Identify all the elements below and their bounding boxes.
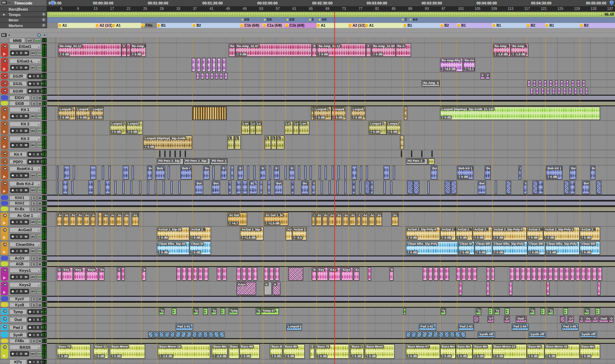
marker-flag[interactable]: B2	[440, 23, 449, 28]
audio-clip[interactable]	[260, 181, 263, 194]
audio-clip[interactable]: Re-Arr+2.1	[463, 58, 475, 72]
audio-clip[interactable]	[365, 181, 370, 194]
audio-clip[interactable]	[122, 181, 124, 194]
mute-button[interactable]: M	[25, 275, 27, 279]
tempo-ruler[interactable]: ▼▼▼▼▼▼▼▼▼▼▼▼▼▼▼▼▼▼▼▼▼▼▼▼▼▼▼▼▼▼▼▼▼▼▼▼▼▼▼▼…	[47, 12, 615, 17]
audio-clip[interactable]: E	[519, 166, 521, 180]
audio-clip[interactable]	[544, 80, 547, 86]
track-name[interactable]: AcGV	[10, 256, 30, 261]
audio-clip[interactable]: R	[312, 43, 317, 57]
audio-clip[interactable]	[352, 166, 357, 180]
audio-clip[interactable]	[321, 181, 323, 194]
audio-clip[interactable]: K	[273, 282, 281, 295]
record-enable-button[interactable]	[29, 75, 31, 77]
audio-clip[interactable]: AcGat 2_bip-260 dB	[157, 227, 189, 240]
track-play-icon[interactable]	[3, 145, 6, 148]
audio-clip[interactable]	[461, 332, 466, 337]
audio-clip[interactable]	[210, 73, 213, 79]
audio-clip[interactable]: Loo	[241, 121, 250, 135]
audio-clip[interactable]: Oud-	[516, 316, 527, 323]
track-lane[interactable]: KeKeyKey-KeysKeFKKeKeyKey-KeysKaK	[47, 267, 615, 281]
audio-clip[interactable]: Bot	[478, 181, 486, 194]
audio-clip[interactable]: B	[221, 166, 227, 180]
bars-ruler[interactable]: 5913172125293337414549535761656973778185…	[47, 6, 615, 12]
audio-clip[interactable]	[242, 267, 246, 281]
audio-clip[interactable]	[572, 80, 574, 86]
track-options-button[interactable]	[3, 309, 7, 313]
audio-clip[interactable]: B	[238, 166, 244, 180]
audio-clip[interactable]	[109, 166, 111, 180]
audio-clip[interactable]	[537, 267, 542, 281]
track-name[interactable]: KITs	[10, 359, 27, 364]
audio-clip[interactable]: PD Perc 2_bip-	[183, 158, 210, 165]
audio-clip[interactable]	[538, 80, 541, 86]
solo-button[interactable]: S	[37, 160, 39, 163]
audio-clip[interactable]	[264, 267, 269, 281]
audio-clip[interactable]: O	[592, 316, 598, 323]
audio-clip[interactable]: Re-Amp_01-120 dB	[58, 43, 122, 57]
solo-button[interactable]: S	[37, 310, 39, 313]
marker-flag[interactable]: C1b (6/8)	[285, 23, 304, 28]
audio-clip[interactable]	[428, 267, 433, 281]
audio-clip[interactable]: Ty	[211, 308, 217, 315]
audio-clip[interactable]: Bob	[430, 166, 437, 180]
audio-clip[interactable]	[549, 80, 552, 86]
track-options-button[interactable]	[3, 317, 7, 321]
audio-clip[interactable]: AcGat 2_0 dB	[473, 227, 492, 240]
track-lane[interactable]	[47, 95, 615, 101]
waveform-view-button[interactable]: wv	[30, 249, 36, 254]
mute-button[interactable]: M	[37, 296, 42, 301]
track-lane[interactable]: FF	[47, 72, 615, 80]
track-options-button[interactable]	[3, 167, 7, 171]
audio-clip[interactable]	[165, 332, 169, 337]
audio-clip[interactable]: ▶▶	[172, 308, 177, 315]
audio-clip[interactable]	[536, 88, 538, 94]
audio-clip[interactable]: Loops2 (0 dB	[369, 121, 386, 135]
audio-clip[interactable]: A	[312, 212, 315, 226]
audio-clip[interactable]: Ac (	[376, 212, 382, 226]
track-options-button[interactable]	[3, 88, 7, 93]
audio-clip[interactable]	[123, 166, 128, 180]
audio-clip[interactable]	[530, 88, 533, 94]
track-lane[interactable]: Ac (Ac (Ac (Ac (Ac IAcAc (Ac (Ac (Ac (Ac…	[47, 212, 615, 226]
expander-icon[interactable]: ▶	[3, 13, 5, 16]
chevron-down-icon[interactable]: ▼	[43, 34, 46, 37]
track-name[interactable]: EG2R	[10, 74, 27, 79]
add-meter-button[interactable]: +	[42, 18, 45, 22]
input-monitor-button[interactable]: I	[16, 220, 17, 224]
record-enable-button[interactable]	[12, 221, 14, 223]
audio-clip[interactable]	[285, 166, 287, 180]
audio-clip[interactable]	[344, 166, 346, 180]
audio-clip[interactable]	[159, 151, 160, 157]
audio-clip[interactable]: Ac C	[132, 212, 139, 226]
audio-clip[interactable]: Ac (	[369, 212, 374, 226]
audio-clip[interactable]	[196, 73, 199, 79]
audio-clip[interactable]	[403, 308, 406, 315]
record-enable-button[interactable]	[12, 236, 14, 238]
audio-clip[interactable]: Loops50 dB	[91, 107, 104, 120]
track-name[interactable]: KysB	[10, 303, 30, 307]
audio-clip[interactable]	[198, 332, 203, 337]
track-name[interactable]: BASS▼	[10, 345, 41, 350]
audio-clip[interactable]	[439, 332, 444, 337]
solo-button[interactable]: S	[20, 174, 22, 177]
audio-clip[interactable]: Re-Amp_01-500 dB	[371, 43, 396, 57]
audio-clip[interactable]: PD Perc 2	[210, 158, 228, 165]
audio-clip[interactable]	[201, 73, 204, 79]
audio-clip[interactable]: Ac (	[57, 212, 62, 226]
audio-clip[interactable]: Bo	[203, 166, 209, 180]
audio-clip[interactable]	[384, 166, 390, 180]
track-lane[interactable]: Bass-750 dBBass-110 dBBass-Mono0 dBBass-…	[47, 344, 615, 360]
record-enable-button[interactable]	[12, 174, 14, 177]
audio-clip[interactable]: Keys	[236, 282, 256, 295]
audio-clip[interactable]	[182, 267, 187, 281]
audio-clip[interactable]	[98, 212, 102, 226]
audio-clip[interactable]: Ac (	[124, 212, 129, 226]
track-view-dropdown-icon[interactable]: ▼	[37, 214, 40, 218]
audio-clip[interactable]	[474, 316, 479, 323]
solo-button[interactable]: S	[31, 96, 37, 100]
audio-clip[interactable]	[547, 88, 549, 94]
audio-clip[interactable]	[236, 267, 241, 281]
track-options-button[interactable]	[3, 159, 7, 164]
track-name[interactable]: AGB	[10, 262, 30, 266]
